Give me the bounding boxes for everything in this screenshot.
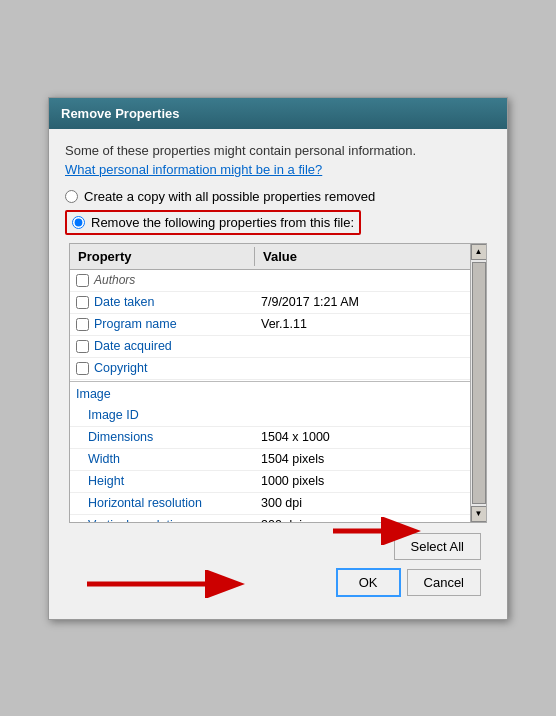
radio-remove[interactable] — [72, 216, 85, 229]
row-value: 1504 pixels — [255, 450, 470, 468]
row-property: Width — [70, 450, 255, 468]
col-header-property: Property — [70, 247, 255, 266]
scroll-thumb[interactable] — [472, 262, 486, 504]
ok-button[interactable]: OK — [336, 568, 401, 597]
radio-copy-label: Create a copy with all possible properti… — [84, 189, 375, 204]
row-value — [255, 278, 470, 282]
section-header: Image — [70, 384, 117, 404]
row-label: Horizontal resolution — [88, 496, 202, 510]
table-row: Width 1504 pixels — [70, 449, 470, 471]
row-label: Authors — [94, 273, 135, 287]
table-header: Property Value — [70, 244, 470, 270]
row-label: Height — [88, 474, 124, 488]
row-checkbox[interactable] — [76, 362, 89, 375]
row-value — [255, 366, 470, 370]
arrow-select-all-icon — [333, 517, 423, 545]
row-value: 1504 x 1000 — [255, 428, 470, 446]
row-value: 1000 pixels — [255, 472, 470, 490]
radio-option-1[interactable]: Create a copy with all possible properti… — [65, 189, 491, 204]
table-row: Copyright — [70, 358, 470, 380]
row-label: Image ID — [88, 408, 139, 422]
scrollbar[interactable] — [470, 244, 486, 522]
row-property: Date taken — [70, 293, 255, 311]
scroll-down-icon — [475, 509, 483, 518]
row-property: Date acquired — [70, 337, 255, 355]
row-label: Copyright — [94, 361, 148, 375]
row-checkbox[interactable] — [76, 318, 89, 331]
row-property: Authors — [70, 271, 255, 289]
row-property: Height — [70, 472, 255, 490]
table-row: Horizontal resolution 300 dpi — [70, 493, 470, 515]
bottom-buttons: OK Cancel — [65, 562, 491, 609]
arrow-ok-icon — [87, 570, 247, 598]
radio-remove-label: Remove the following properties from thi… — [91, 215, 354, 230]
row-value: Ver.1.11 — [255, 315, 470, 333]
row-label: Date acquired — [94, 339, 172, 353]
radio-copy[interactable] — [65, 190, 78, 203]
row-property: Horizontal resolution — [70, 494, 255, 512]
remove-properties-dialog: Remove Properties Some of these properti… — [48, 97, 508, 620]
row-value: 300 dpi — [255, 494, 470, 512]
dialog-title: Remove Properties — [61, 106, 180, 121]
row-label: Date taken — [94, 295, 154, 309]
table-content: Property Value Authors — [70, 244, 470, 522]
row-label: Dimensions — [88, 430, 153, 444]
row-value — [255, 344, 470, 348]
row-property: Image ID — [70, 406, 255, 424]
info-text: Some of these properties might contain p… — [65, 143, 491, 158]
scroll-up-icon — [475, 247, 483, 256]
table-row: Height 1000 pixels — [70, 471, 470, 493]
row-label: Width — [88, 452, 120, 466]
dialog-body: Some of these properties might contain p… — [49, 129, 507, 619]
row-property: Dimensions — [70, 428, 255, 446]
row-value — [255, 413, 470, 417]
table-row: Program name Ver.1.11 — [70, 314, 470, 336]
title-bar: Remove Properties — [49, 98, 507, 129]
table-row: Date acquired — [70, 336, 470, 358]
row-label: Vertical resolution — [88, 518, 187, 522]
row-property: Copyright — [70, 359, 255, 377]
col-header-value: Value — [255, 247, 470, 266]
radio-option-2[interactable]: Remove the following properties from thi… — [65, 210, 491, 235]
select-all-row: Select All — [65, 531, 491, 562]
section-row: Image — [70, 383, 470, 405]
table-row: Image ID — [70, 405, 470, 427]
row-value: 7/9/2017 1:21 AM — [255, 293, 470, 311]
radio-highlighted-box: Remove the following properties from thi… — [65, 210, 361, 235]
personal-info-link[interactable]: What personal information might be in a … — [65, 162, 491, 177]
row-checkbox[interactable] — [76, 274, 89, 287]
cancel-button[interactable]: Cancel — [407, 569, 481, 596]
properties-table-container: Property Value Authors — [69, 243, 487, 523]
row-checkbox[interactable] — [76, 296, 89, 309]
row-label: Program name — [94, 317, 177, 331]
row-checkbox[interactable] — [76, 340, 89, 353]
scroll-down-button[interactable] — [471, 506, 487, 522]
table-row: Date taken 7/9/2017 1:21 AM — [70, 292, 470, 314]
table-row: Dimensions 1504 x 1000 — [70, 427, 470, 449]
scroll-up-button[interactable] — [471, 244, 487, 260]
row-property: Vertical resolution — [70, 516, 255, 522]
row-property: Program name — [70, 315, 255, 333]
table-row: Authors — [70, 270, 470, 292]
